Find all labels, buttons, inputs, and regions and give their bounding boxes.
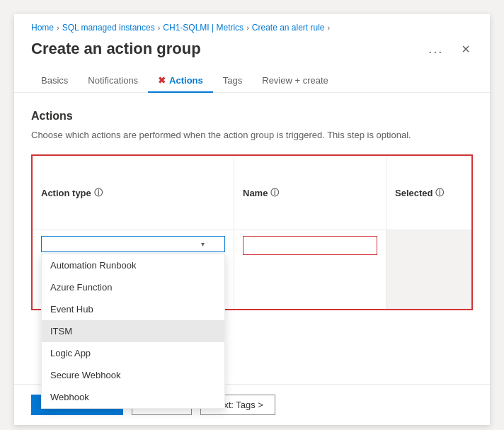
name-label: Name bbox=[243, 188, 268, 198]
breadcrumb-sep-3: › bbox=[246, 23, 249, 32]
option-webhook[interactable]: Webhook bbox=[42, 386, 224, 408]
action-type-dropdown[interactable]: ▾ bbox=[41, 236, 225, 252]
selected-info-icon[interactable]: ⓘ bbox=[435, 187, 444, 199]
action-type-header: Action type ⓘ bbox=[33, 156, 234, 230]
header-actions: ... × bbox=[424, 40, 473, 58]
main-content: Actions Choose which actions are perform… bbox=[14, 93, 490, 322]
actions-error-icon: ✖ bbox=[158, 75, 166, 86]
page-header: Create an action group ... × bbox=[14, 37, 490, 69]
close-button[interactable]: × bbox=[459, 40, 473, 57]
breadcrumb-alert[interactable]: Create an alert rule bbox=[252, 23, 325, 33]
breadcrumb-home[interactable]: Home bbox=[31, 23, 54, 33]
tab-bar: Basics Notifications ✖ Actions Tags Revi… bbox=[14, 69, 490, 93]
option-logic-app[interactable]: Logic App bbox=[42, 342, 224, 364]
breadcrumb-metrics[interactable]: CH1-SQLMI | Metrics bbox=[163, 23, 244, 33]
option-itsm[interactable]: ITSM bbox=[42, 320, 224, 342]
name-input[interactable] bbox=[243, 236, 377, 255]
tab-notifications[interactable]: Notifications bbox=[78, 69, 148, 93]
name-header: Name ⓘ bbox=[234, 156, 386, 230]
option-secure-webhook[interactable]: Secure Webhook bbox=[42, 364, 224, 386]
action-type-info-icon[interactable]: ⓘ bbox=[94, 187, 103, 199]
action-type-body: ▾ Automation Runbook Azure Function Even… bbox=[33, 230, 234, 310]
create-action-group-panel: Home › SQL managed instances › CH1-SQLMI… bbox=[14, 14, 490, 425]
tab-tags[interactable]: Tags bbox=[213, 69, 252, 93]
option-automation-runbook[interactable]: Automation Runbook bbox=[42, 254, 224, 276]
option-event-hub[interactable]: Event Hub bbox=[42, 298, 224, 320]
breadcrumb-sep-4: › bbox=[328, 23, 331, 32]
breadcrumb-sep-1: › bbox=[57, 23, 59, 32]
tab-review-label: Review + create bbox=[262, 75, 328, 86]
section-description: Choose which actions are performed when … bbox=[31, 130, 473, 140]
page-title: Create an action group bbox=[31, 40, 201, 58]
action-type-dropdown-wrapper: ▾ Automation Runbook Azure Function Even… bbox=[41, 236, 225, 252]
tab-notifications-label: Notifications bbox=[88, 75, 138, 86]
action-type-label: Action type bbox=[41, 188, 91, 198]
tab-tags-label: Tags bbox=[223, 75, 242, 86]
tab-review[interactable]: Review + create bbox=[252, 69, 338, 93]
action-form-table: Action type ⓘ Name ⓘ Selected ⓘ ▾ bbox=[31, 154, 473, 310]
tab-basics[interactable]: Basics bbox=[31, 69, 78, 93]
name-info-icon[interactable]: ⓘ bbox=[270, 187, 279, 199]
breadcrumb-sql[interactable]: SQL managed instances bbox=[62, 23, 155, 33]
selected-body bbox=[386, 230, 471, 310]
chevron-down-icon: ▾ bbox=[201, 240, 205, 248]
action-type-dropdown-menu: Automation Runbook Azure Function Event … bbox=[41, 254, 225, 409]
tab-basics-label: Basics bbox=[41, 75, 68, 86]
tab-actions-label: Actions bbox=[169, 75, 203, 86]
tab-actions[interactable]: ✖ Actions bbox=[148, 69, 213, 93]
breadcrumb-sep-2: › bbox=[158, 23, 161, 32]
name-body bbox=[234, 230, 386, 310]
ellipsis-button[interactable]: ... bbox=[424, 40, 447, 58]
breadcrumb: Home › SQL managed instances › CH1-SQLMI… bbox=[14, 14, 490, 37]
selected-label: Selected bbox=[395, 188, 433, 198]
selected-header: Selected ⓘ bbox=[386, 156, 471, 230]
option-azure-function[interactable]: Azure Function bbox=[42, 276, 224, 298]
section-title: Actions bbox=[31, 110, 473, 123]
